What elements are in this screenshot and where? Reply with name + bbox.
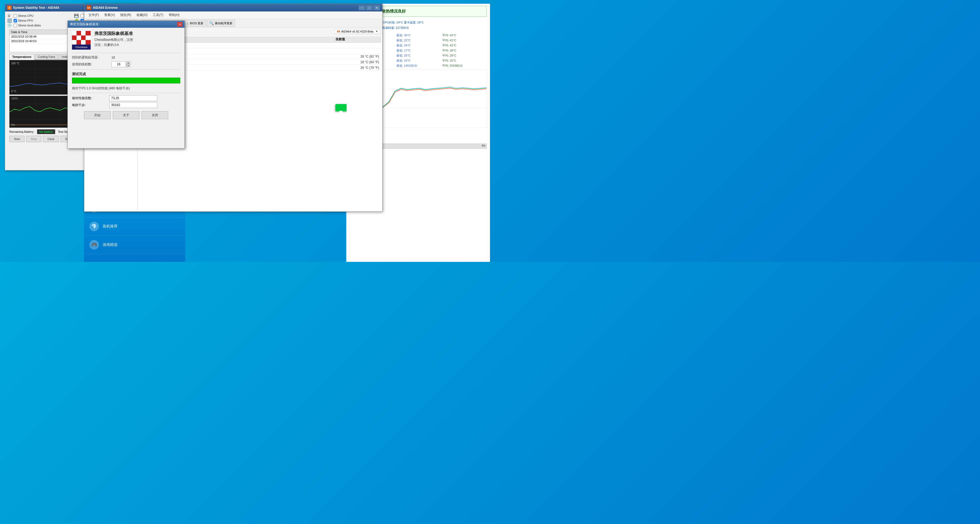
aida64-maximize-btn[interactable]: □ <box>366 5 373 10</box>
fritz-localization: 汉化：坑爹的小A <box>94 43 133 47</box>
fritz-threads-label: 使用的线程数: <box>72 62 109 67</box>
value-2: 28 °C (82 °F) <box>333 54 381 59</box>
stress-fpu-label: Stress FPU <box>18 19 33 22</box>
menu-help[interactable]: 帮助(H) <box>167 12 182 18</box>
chart-pct-100: 100% <box>11 97 18 100</box>
sidebar-item-recommend[interactable]: 💎 装机推荐 <box>84 217 185 236</box>
tab-temperatures[interactable]: Temperatures <box>10 54 34 60</box>
fritz-header-row: ChessBase 弗里茨国际象棋基准 ChessBase有限公司，汉堡 汉化：… <box>72 31 180 49</box>
svg-rect-26 <box>76 40 81 45</box>
aida64-title: AIDA64 Extreme <box>93 6 118 10</box>
hw-temp-min-6: 最低: 1451转/分 <box>395 63 441 68</box>
fritz-app-title: 弗里茨国际象棋基准 <box>94 31 133 37</box>
bios-icon: ↓ <box>187 21 189 25</box>
bios-update-btn[interactable]: ↓ BIOS 更新 <box>185 20 206 27</box>
log-datetime-2: 2021/3/19 10:40:53 <box>10 39 69 43</box>
svg-rect-18 <box>76 31 81 35</box>
spinbox-down-btn[interactable]: ▼ <box>126 64 130 67</box>
svg-rect-21 <box>72 35 76 40</box>
stop-button[interactable]: Stop <box>26 136 41 142</box>
menu-file[interactable]: 文件(F) <box>86 12 101 18</box>
checkbox-stress-fpu[interactable]: 🔢 Stress FPU <box>7 18 72 23</box>
fritz-close-btn[interactable]: ✕ <box>177 22 182 27</box>
stress-cache-checkbox[interactable] <box>81 14 84 18</box>
clear-button[interactable]: Clear <box>43 136 59 142</box>
fritz-dialog: 弗里茨国际象棋基准 ✕ <box>67 21 185 148</box>
fan-chart-canvas <box>365 70 487 128</box>
fritz-start-btn[interactable]: 开始 <box>84 111 111 119</box>
hw-temp-avg-5: 平均: 15°C <box>441 58 487 63</box>
stress-disks-checkbox[interactable] <box>14 24 17 27</box>
fritz-kps-label: 每秒千步: <box>72 103 109 107</box>
fritz-kps-row: 每秒千步: <box>72 102 180 108</box>
hw-temp-min-1: 最低: 22°C <box>395 38 441 43</box>
hw-temp-min-3: 最低: 17°C <box>395 48 441 53</box>
fritz-threads-spinbox[interactable]: ▲ ▼ <box>111 61 133 67</box>
fritz-spinbox-btns[interactable]: ▲ ▼ <box>126 61 130 67</box>
stress-fpu-checkbox[interactable] <box>14 19 17 22</box>
hw-temp-avg-6: 平均: 2543转/分 <box>441 63 487 68</box>
fritz-logo: ChessBase <box>72 31 91 49</box>
value-0 <box>333 43 381 48</box>
log-datetime-1: 2021/3/19 10:38:48 <box>10 34 69 39</box>
fritz-threads-input[interactable] <box>111 61 126 67</box>
stress-cpu-checkbox[interactable] <box>14 14 17 18</box>
bios-label: BIOS 更新 <box>190 21 204 25</box>
spinbox-up-btn[interactable]: ▲ <box>126 61 130 64</box>
fritz-close-dialog-btn[interactable]: 关闭 <box>142 111 168 119</box>
hw-temp-avg-0: 平均: 42°C <box>441 33 487 38</box>
fritz-relative-perf-input[interactable] <box>109 95 157 101</box>
tab-cooling-fans[interactable]: Cooling Fans <box>35 54 58 59</box>
aida64-close-btn[interactable]: ✕ <box>373 5 380 10</box>
version-tab[interactable]: 64 AIDA64 v5.92.4329 Beta ✕ <box>334 29 380 34</box>
stability-title: System Stability Test - AIDA64 <box>13 6 59 10</box>
fritz-threads-row: 使用的线程数: ▲ ▼ <box>72 61 180 67</box>
games-icon: 🎮 <box>89 240 99 250</box>
driver-label: 驱动程序更新 <box>215 21 232 25</box>
fritz-body: ChessBase 弗里茨国际象棋基准 ChessBase有限公司，汉堡 汉化：… <box>68 28 185 123</box>
menu-favorites[interactable]: 收藏(O) <box>134 12 150 18</box>
menu-report[interactable]: 报告(R) <box>118 12 133 18</box>
sidebar-item-games[interactable]: 🎮 游戏精选 <box>84 236 185 254</box>
aida64-icon: 64 <box>86 5 91 10</box>
hw-temp-min-2: 最低: 24°C <box>395 43 441 48</box>
version-tab-label: AIDA64 v5.92.4329 Beta <box>341 30 374 33</box>
hw-temp-avg-4: 平均: 26°C <box>441 53 487 58</box>
fritz-company: ChessBase有限公司，汉堡 <box>94 38 133 42</box>
stress-disks-label: Stress local disks <box>18 24 41 27</box>
fritz-dialog-buttons: 开始 关于 关闭 <box>72 111 180 119</box>
svg-rect-25 <box>72 40 76 45</box>
aida64-minimize-btn[interactable]: ─ <box>358 5 365 10</box>
disk-icon: 💿 <box>7 23 13 27</box>
aida64-controls: ─ □ ✕ <box>358 5 380 10</box>
accent-heat-btn[interactable]: 散热压力 <box>336 104 347 111</box>
fritz-separator-3 <box>72 93 180 93</box>
menu-view[interactable]: 查看(V) <box>102 12 117 18</box>
svg-rect-20 <box>86 31 91 35</box>
cpu-icon: 🖥 <box>7 14 13 18</box>
fritz-kps-input[interactable] <box>109 102 157 108</box>
fritz-info: 弗里茨国际象棋基准 ChessBase有限公司，汉堡 汉化：坑爹的小A <box>94 31 133 47</box>
games-label: 游戏精选 <box>103 242 118 247</box>
version-tab-close[interactable]: ✕ <box>375 30 378 33</box>
recommend-label: 装机推荐 <box>103 224 118 229</box>
fpu-icon: 🔢 <box>7 18 13 23</box>
driver-update-btn[interactable]: 🔍 驱动程序更新 <box>207 20 235 27</box>
svg-rect-28 <box>86 40 91 45</box>
chart-pct-0: 0% <box>11 123 15 126</box>
checkbox-stress-cpu[interactable]: 🖥 Stress CPU <box>7 14 72 18</box>
fritz-status-label: 测试完成 <box>72 72 180 76</box>
start-button[interactable]: Start <box>10 136 24 142</box>
svg-text:A: A <box>8 6 10 10</box>
cache-icon: 💾 <box>74 14 80 18</box>
col-value: 当前值 <box>333 36 381 43</box>
battery-label: Remaining Battery: <box>10 130 34 133</box>
menu-tools[interactable]: 工具(T) <box>151 12 165 18</box>
hw-temp-min-5: 最低: 15°C <box>395 58 441 63</box>
menu-bar: 文件(F) 查看(V) 报告(R) 收藏(O) 工具(T) 帮助(H) <box>84 11 382 19</box>
chart-temp-top: 100 °C <box>11 62 19 65</box>
fritz-relative-perf-row: 相对性能倍数: <box>72 95 180 101</box>
fritz-about-btn[interactable]: 关于 <box>113 111 139 119</box>
fritz-relative-perf-label: 相对性能倍数: <box>72 96 109 100</box>
checkbox-stress-disks[interactable]: 💿 Stress local disks <box>7 23 72 27</box>
